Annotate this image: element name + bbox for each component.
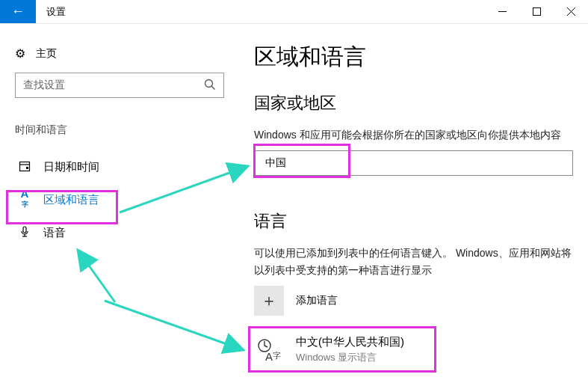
sidebar-item-speech[interactable]: 语音 [15, 216, 224, 249]
add-language-button[interactable]: ＋ 添加语言 [254, 286, 573, 316]
svg-rect-8 [26, 167, 28, 169]
svg-point-4 [205, 79, 213, 87]
search-input[interactable]: 查找设置 [15, 73, 224, 98]
svg-line-5 [211, 86, 214, 89]
language-a-icon: A 字 [256, 337, 282, 364]
back-button[interactable]: ← [0, 0, 36, 23]
sidebar-home-label: 主页 [36, 47, 57, 61]
svg-text:A: A [265, 350, 273, 363]
sidebar-item-datetime[interactable]: 日期和时间 [15, 150, 224, 183]
language-description: 可以使用已添加到列表中的任何语言键入。 Windows、应用和网站将以列表中受支… [254, 245, 573, 278]
language-heading: 语言 [254, 210, 573, 233]
search-icon [204, 79, 216, 93]
country-value: 中国 [265, 156, 286, 170]
svg-line-14 [264, 346, 267, 347]
search-placeholder: 查找设置 [23, 79, 204, 92]
svg-rect-6 [20, 162, 30, 171]
maximize-button[interactable] [519, 0, 554, 23]
close-button[interactable] [554, 0, 588, 23]
window-controls [485, 0, 588, 23]
country-dropdown[interactable]: 中国 [254, 150, 573, 176]
sidebar-home[interactable]: ⚙ 主页 [15, 42, 224, 73]
sidebar-item-label: 日期和时间 [43, 160, 99, 174]
globe-a-icon: A字 [18, 187, 31, 213]
minimize-icon [498, 7, 507, 16]
language-item-name: 中文(中华人民共和国) [296, 335, 404, 349]
svg-rect-9 [23, 227, 26, 233]
add-language-label: 添加语言 [296, 294, 338, 307]
sidebar: ⚙ 主页 查找设置 时间和语言 日期和时间 A字 区域和语言 语音 [0, 24, 239, 389]
country-heading: 国家或地区 [254, 92, 573, 114]
plus-icon: ＋ [254, 286, 284, 316]
content-area: 区域和语言 国家或地区 Windows 和应用可能会根据你所在的国家或地区向你提… [239, 24, 588, 389]
window-title: 设置 [36, 0, 485, 23]
close-icon [567, 7, 575, 16]
language-item-text: 中文(中华人民共和国) Windows 显示语言 [296, 335, 404, 364]
maximize-icon [533, 7, 541, 16]
titlebar: ← 设置 [0, 0, 588, 24]
svg-text:字: 字 [273, 351, 281, 360]
sidebar-item-region-language[interactable]: A字 区域和语言 [15, 183, 224, 216]
sidebar-item-label: 区域和语言 [43, 193, 99, 207]
svg-rect-1 [533, 8, 540, 16]
calendar-icon [18, 160, 31, 174]
minimize-button[interactable] [485, 0, 519, 23]
sidebar-group-title: 时间和语言 [15, 123, 224, 137]
mic-icon [18, 226, 31, 240]
page-title: 区域和语言 [254, 42, 573, 73]
language-item-subtitle: Windows 显示语言 [296, 351, 404, 364]
gear-icon: ⚙ [15, 46, 25, 61]
country-description: Windows 和应用可能会根据你所在的国家或地区向你提供本地内容 [254, 126, 573, 143]
arrow-left-icon: ← [11, 4, 25, 19]
language-item[interactable]: A 字 中文(中华人民共和国) Windows 显示语言 [254, 331, 573, 369]
sidebar-item-label: 语音 [43, 226, 66, 240]
